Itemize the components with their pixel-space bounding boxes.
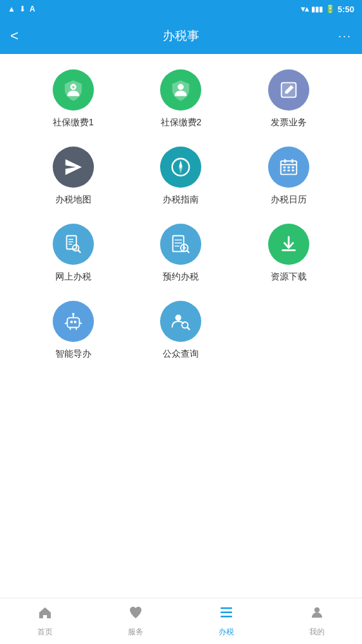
bottom-navigation: 首页 服务 办税 我的 bbox=[0, 598, 362, 644]
shebao1-icon-circle: ¥ bbox=[53, 69, 94, 111]
main-content: ¥ 社保缴费1 社保缴费2 bbox=[0, 54, 362, 375]
appointment-label: 预约办税 bbox=[163, 271, 199, 283]
grid-item-guide[interactable]: 办税指南 bbox=[127, 147, 235, 206]
shield-person2-icon bbox=[170, 79, 192, 101]
nav-label-tax: 办税 bbox=[219, 627, 234, 638]
fapiao-label: 发票业务 bbox=[271, 117, 307, 129]
time-display: 5:50 bbox=[338, 4, 354, 14]
nav-item-tax[interactable]: 办税 bbox=[181, 605, 272, 638]
fapiao-icon-circle bbox=[268, 69, 309, 111]
svg-rect-18 bbox=[66, 236, 76, 249]
status-bar-left: ▲ ⬇ A bbox=[8, 4, 35, 13]
svg-point-37 bbox=[72, 313, 75, 316]
robot-icon-circle bbox=[53, 301, 94, 342]
nav-item-mine[interactable]: 我的 bbox=[271, 605, 362, 638]
shebao2-label: 社保缴费2 bbox=[161, 117, 202, 129]
status-bar: ▲ ⬇ A ▾▴ ▮▮▮ 🔋 5:50 bbox=[0, 0, 362, 18]
grid-item-map[interactable]: 办税地图 bbox=[19, 147, 127, 206]
svg-rect-33 bbox=[67, 318, 79, 327]
grid-item-appointment[interactable]: 预约办税 bbox=[127, 224, 235, 283]
nav-label-home: 首页 bbox=[37, 627, 53, 638]
svg-rect-34 bbox=[70, 321, 73, 323]
file-list-icon bbox=[170, 233, 192, 255]
svg-point-42 bbox=[176, 315, 181, 321]
calendar-label: 办税日历 bbox=[271, 194, 307, 206]
a-icon: A bbox=[30, 4, 35, 13]
guide-label: 办税指南 bbox=[163, 194, 199, 206]
map-label: 办税地图 bbox=[55, 194, 91, 206]
nav-item-home[interactable]: 首页 bbox=[0, 605, 91, 638]
page-title: 办税事 bbox=[31, 28, 331, 44]
heart-icon bbox=[128, 605, 143, 624]
calendar-icon bbox=[278, 156, 300, 178]
query-icon-circle bbox=[160, 301, 201, 342]
grid-item-robot[interactable]: 智能导办 bbox=[19, 301, 127, 360]
svg-rect-16 bbox=[287, 170, 290, 172]
nav-label-mine: 我的 bbox=[309, 627, 325, 638]
people-search-icon bbox=[170, 310, 192, 332]
wifi-icon: ▾▴ bbox=[301, 4, 309, 13]
robot-label: 智能导办 bbox=[55, 348, 91, 360]
grid-item-query[interactable]: 公众查询 bbox=[127, 301, 235, 360]
battery-icon: 🔋 bbox=[325, 4, 335, 13]
nav-label-service: 服务 bbox=[128, 627, 143, 638]
online-icon-circle bbox=[53, 224, 94, 265]
map-icon-circle bbox=[53, 147, 94, 188]
grid-item-download[interactable]: 资源下载 bbox=[235, 224, 343, 283]
svg-point-48 bbox=[314, 607, 320, 613]
svg-rect-24 bbox=[173, 236, 184, 252]
grid-item-online[interactable]: 网上办税 bbox=[19, 224, 127, 283]
svg-line-20 bbox=[78, 250, 80, 253]
svg-rect-12 bbox=[284, 166, 286, 168]
shebao1-label: 社保缴费1 bbox=[53, 117, 94, 129]
appointment-icon-circle bbox=[160, 224, 201, 265]
svg-point-7 bbox=[180, 166, 183, 168]
grid-item-shebao1[interactable]: ¥ 社保缴费1 bbox=[19, 69, 127, 129]
file-search-icon bbox=[62, 233, 84, 255]
svg-rect-13 bbox=[287, 166, 290, 168]
online-label: 网上办税 bbox=[55, 271, 91, 283]
svg-line-44 bbox=[188, 327, 190, 330]
grid-item-shebao2[interactable]: 社保缴费2 bbox=[127, 69, 235, 129]
more-button[interactable]: ··· bbox=[331, 30, 352, 43]
svg-rect-15 bbox=[284, 170, 286, 172]
shield-person1-icon: ¥ bbox=[62, 79, 84, 101]
guide-icon-circle bbox=[160, 147, 201, 188]
svg-rect-35 bbox=[74, 321, 77, 323]
service-grid: ¥ 社保缴费1 社保缴费2 bbox=[19, 69, 343, 360]
download-icon-circle bbox=[268, 224, 309, 265]
back-button[interactable]: < bbox=[10, 28, 31, 44]
download-icon: ⬇ bbox=[19, 4, 26, 13]
send-icon bbox=[62, 156, 84, 178]
svg-rect-17 bbox=[292, 170, 294, 172]
svg-rect-47 bbox=[221, 616, 232, 618]
robot-icon bbox=[62, 310, 84, 332]
grid-item-calendar[interactable]: 办税日历 bbox=[235, 147, 343, 206]
calendar-icon-circle bbox=[268, 147, 309, 188]
home-icon bbox=[37, 605, 53, 624]
svg-line-29 bbox=[187, 251, 189, 253]
list-icon bbox=[219, 605, 234, 624]
svg-rect-45 bbox=[221, 607, 232, 609]
nav-item-service[interactable]: 服务 bbox=[91, 605, 181, 638]
svg-point-2 bbox=[178, 84, 184, 90]
svg-rect-46 bbox=[221, 612, 232, 614]
edit-box-icon bbox=[278, 79, 300, 101]
shebao2-icon-circle bbox=[160, 69, 201, 111]
svg-point-43 bbox=[182, 322, 188, 328]
app-header: < 办税事 ··· bbox=[0, 18, 362, 54]
download-label: 资源下载 bbox=[271, 271, 307, 283]
download-icon-svg bbox=[278, 233, 300, 255]
compass-icon bbox=[170, 156, 192, 178]
svg-rect-14 bbox=[292, 166, 294, 168]
person-icon bbox=[309, 605, 325, 624]
grid-item-fapiao[interactable]: 发票业务 bbox=[235, 69, 343, 129]
signal-strength-icon: ▮▮▮ bbox=[311, 5, 323, 13]
status-bar-right: ▾▴ ▮▮▮ 🔋 5:50 bbox=[301, 4, 354, 14]
signal-icon: ▲ bbox=[8, 4, 15, 13]
query-label: 公众查询 bbox=[163, 348, 199, 360]
